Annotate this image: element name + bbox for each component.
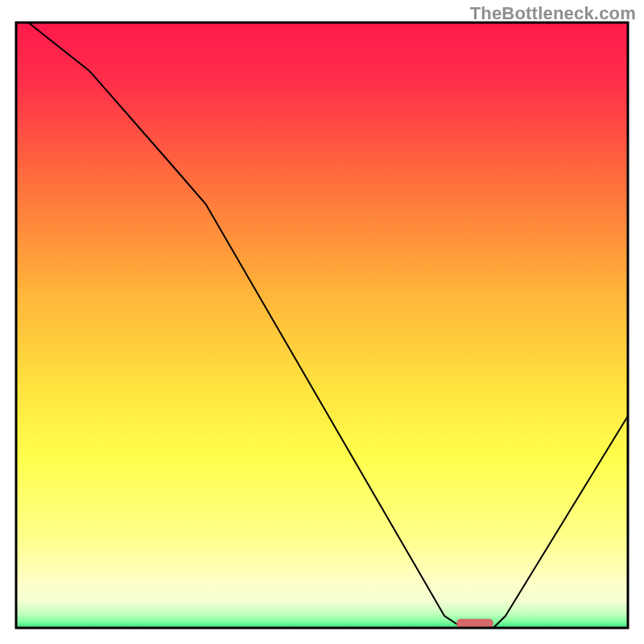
optimal-marker [456,619,493,628]
watermark-text: TheBottleneck.com [470,3,636,24]
bottleneck-chart [0,0,644,644]
plot-background [16,23,628,628]
chart-container: TheBottleneck.com [0,0,644,644]
